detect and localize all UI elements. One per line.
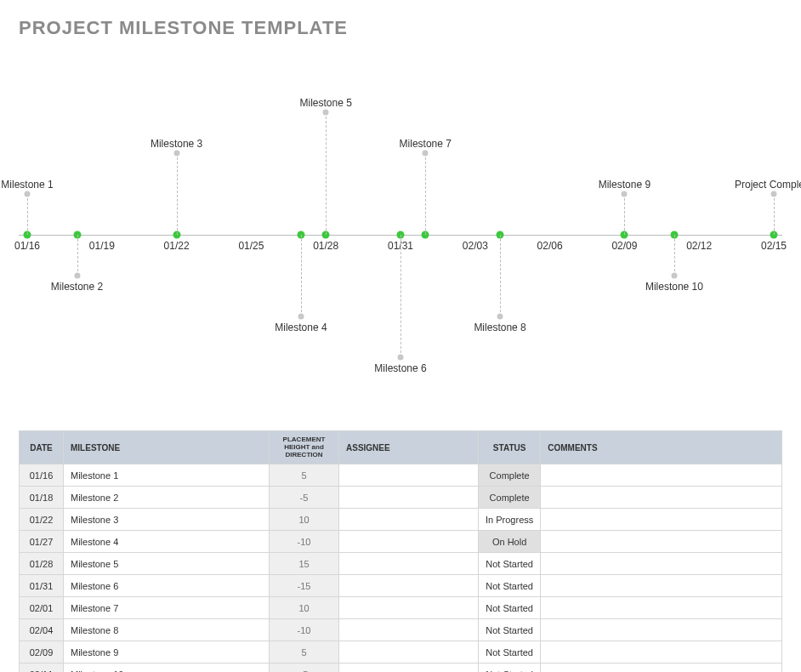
cell-date: 02/01 (20, 597, 64, 619)
milestone-label: Milestone 1 (1, 179, 53, 191)
milestone-stem (674, 235, 675, 276)
cell-comments (541, 619, 782, 641)
milestone-end-dot (497, 314, 503, 320)
cell-milestone: Milestone 1 (64, 464, 270, 487)
table-row: 01/16Milestone 15Complete (20, 464, 782, 487)
cell-placement: -5 (270, 663, 339, 672)
milestone-stem (624, 194, 625, 235)
milestone-end-dot (771, 191, 777, 197)
cell-date: 02/04 (20, 619, 64, 641)
cell-milestone: Milestone 9 (64, 641, 270, 663)
cell-placement: 5 (270, 464, 339, 487)
milestone-stem (400, 235, 401, 357)
cell-comments (541, 509, 782, 531)
milestone-stem (27, 194, 28, 235)
milestone-stem (500, 235, 501, 316)
cell-status: On Hold (479, 531, 541, 553)
cell-assignee (339, 531, 479, 553)
table-row: 02/11Milestone 10-5Not Started (20, 663, 782, 672)
cell-assignee (339, 575, 479, 597)
milestone-end-dot (398, 355, 404, 361)
milestone-label: Milestone 4 (275, 322, 327, 333)
cell-milestone: Milestone 7 (64, 597, 270, 619)
chart-tick: 01/22 (164, 240, 190, 252)
cell-status: Not Started (479, 597, 541, 619)
cell-status: Not Started (479, 575, 541, 597)
table-row: 02/09Milestone 95Not Started (20, 641, 782, 663)
chart-tick: 01/28 (313, 240, 338, 252)
table-row: 01/18Milestone 2-5Complete (20, 487, 782, 509)
milestone-label: Milestone 2 (51, 281, 103, 293)
header-milestone: MILESTONE (64, 431, 270, 464)
table-body: 01/16Milestone 15Complete01/18Milestone … (20, 464, 782, 672)
milestone-table: DATE MILESTONE PLACEMENT HEIGHT and DIRE… (19, 430, 782, 672)
milestone-stem (425, 153, 426, 235)
cell-milestone: Milestone 10 (64, 663, 270, 672)
cell-placement: 5 (270, 641, 339, 663)
cell-milestone: Milestone 6 (64, 575, 270, 597)
page-title: PROJECT MILESTONE TEMPLATE (19, 17, 782, 39)
cell-comments (541, 531, 782, 553)
chart-tick: 02/06 (537, 240, 563, 252)
milestone-label: Milestone 8 (474, 322, 525, 333)
cell-milestone: Milestone 3 (64, 509, 270, 531)
milestone-label: Project Complete (735, 179, 801, 191)
chart-tick: 01/16 (14, 240, 40, 252)
cell-date: 01/18 (20, 487, 64, 509)
cell-comments (541, 553, 782, 575)
cell-placement: 15 (270, 553, 339, 575)
cell-comments (541, 663, 782, 672)
cell-assignee (339, 641, 479, 663)
cell-comments (541, 641, 782, 663)
milestone-end-dot (298, 314, 304, 320)
header-status: STATUS (479, 431, 541, 464)
cell-assignee (339, 509, 479, 531)
chart-tick: 01/25 (238, 240, 264, 252)
milestone-timeline-chart: 01/1601/1901/2201/2501/2801/3102/0302/06… (19, 73, 782, 396)
cell-status: Not Started (479, 553, 541, 575)
header-placement: PLACEMENT HEIGHT and DIRECTION (270, 431, 339, 464)
table-row: 01/27Milestone 4-10On Hold (20, 531, 782, 553)
cell-date: 01/16 (20, 464, 64, 487)
cell-status: Complete (479, 464, 541, 487)
chart-tick: 01/19 (89, 240, 115, 252)
cell-date: 02/11 (20, 663, 64, 672)
table-row: 01/31Milestone 6-15Not Started (20, 575, 782, 597)
header-assignee: ASSIGNEE (339, 431, 479, 464)
cell-comments (541, 464, 782, 487)
cell-placement: -10 (270, 531, 339, 553)
chart-tick: 02/09 (611, 240, 637, 252)
table-header-row: DATE MILESTONE PLACEMENT HEIGHT and DIRE… (20, 431, 782, 464)
cell-placement: 10 (270, 597, 339, 619)
milestone-stem (326, 112, 327, 235)
cell-date: 01/28 (20, 553, 64, 575)
milestone-end-dot (622, 191, 628, 197)
cell-assignee (339, 597, 479, 619)
cell-assignee (339, 464, 479, 487)
header-comments: COMMENTS (541, 431, 782, 464)
cell-milestone: Milestone 2 (64, 487, 270, 509)
cell-milestone: Milestone 5 (64, 553, 270, 575)
milestone-end-dot (323, 110, 329, 116)
cell-milestone: Milestone 4 (64, 531, 270, 553)
milestone-label: Milestone 6 (374, 362, 426, 374)
milestone-label: Milestone 10 (645, 281, 703, 293)
cell-comments (541, 575, 782, 597)
table-row: 01/22Milestone 310In Progress (20, 509, 782, 531)
milestone-end-dot (423, 151, 429, 157)
cell-placement: -15 (270, 575, 339, 597)
cell-status: Not Started (479, 619, 541, 641)
milestone-stem (301, 235, 302, 316)
milestone-label: Milestone 7 (400, 138, 452, 150)
cell-date: 01/22 (20, 509, 64, 531)
cell-assignee (339, 553, 479, 575)
cell-comments (541, 597, 782, 619)
cell-status: In Progress (479, 509, 541, 531)
header-date: DATE (20, 431, 64, 464)
cell-assignee (339, 663, 479, 672)
cell-placement: 10 (270, 509, 339, 531)
milestone-label: Milestone 5 (300, 97, 352, 109)
milestone-stem (177, 153, 178, 235)
cell-status: Complete (479, 487, 541, 509)
milestone-table-container: DATE MILESTONE PLACEMENT HEIGHT and DIRE… (19, 430, 782, 672)
